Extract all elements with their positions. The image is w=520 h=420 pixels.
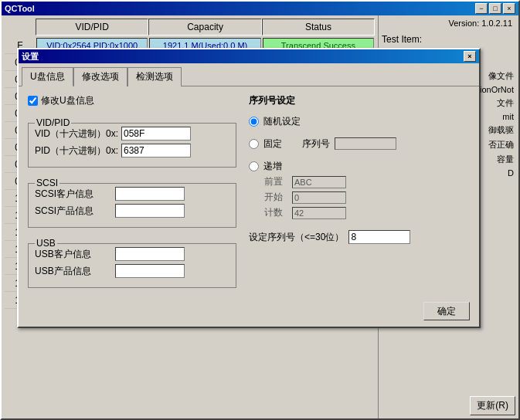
random-radio[interactable] xyxy=(249,117,259,127)
tab-strip: U盘信息修改选项检测选项 xyxy=(19,63,479,86)
increment-radio-row: 递增 xyxy=(249,160,457,173)
dialog-footer: 确定 xyxy=(19,296,479,327)
modify-checkbox-row: 修改U盘信息 xyxy=(28,94,236,107)
scsi-customer-label: SCSI客户信息 xyxy=(35,188,112,201)
usb-product-label: USB产品信息 xyxy=(35,265,112,278)
usb-group: USB USB客户信息 USB产品信息 xyxy=(28,243,236,288)
serial-section-title: 序列号设定 xyxy=(249,94,457,107)
fixed-radio-label: 固定 xyxy=(263,137,282,151)
increment-radio-label: 递增 xyxy=(263,160,282,173)
modify-checkbox-label: 修改U盘信息 xyxy=(41,94,94,107)
random-radio-row: 随机设定 xyxy=(249,115,457,128)
usb-customer-input[interactable] xyxy=(115,247,185,261)
random-radio-label: 随机设定 xyxy=(263,115,301,128)
scsi-product-label: SCSI产品信息 xyxy=(35,205,112,218)
set-serial-label: 设定序列号（<=30位） xyxy=(249,231,344,244)
dialog-close-button[interactable]: × xyxy=(464,51,476,62)
modify-checkbox[interactable] xyxy=(28,96,38,106)
serial-radio-group: 随机设定 固定 序列号 递增 xyxy=(249,115,457,219)
scsi-product-input[interactable] xyxy=(115,204,185,218)
dialog-right-section: 序列号设定 随机设定 固定 序列号 xyxy=(249,94,457,288)
dialog-tab-0[interactable]: U盘信息 xyxy=(22,67,73,86)
dialog-tab-2[interactable]: 检测选项 xyxy=(127,67,182,86)
prefix-field-row: 前置 xyxy=(264,175,457,188)
increment-section: 递增 前置 开始 xyxy=(249,160,457,219)
count-input[interactable] xyxy=(292,207,346,219)
usb-customer-label: USB客户信息 xyxy=(35,248,112,261)
count-field-row: 计数 xyxy=(264,206,457,219)
dialog-title: 设置 xyxy=(22,51,39,63)
dialog-overlay: 设置 × U盘信息修改选项检测选项 修改U盘信息 VID/PID xyxy=(2,2,518,418)
increment-fields: 前置 开始 计数 xyxy=(264,175,457,219)
vid-pid-group: VID/PID VID（十六进制）0x: PID（十六进制）0x: xyxy=(28,123,236,168)
vid-label: VID（十六进制）0x: xyxy=(35,127,118,141)
pid-input[interactable] xyxy=(121,144,191,158)
start-input[interactable] xyxy=(292,191,346,204)
usb-product-input[interactable] xyxy=(115,264,185,278)
usb-product-row: USB产品信息 xyxy=(35,264,229,278)
scsi-customer-input[interactable] xyxy=(115,187,185,201)
set-serial-row: 设定序列号（<=30位） xyxy=(249,230,457,244)
fixed-radio-row: 固定 序列号 xyxy=(249,137,457,151)
scsi-product-row: SCSI产品信息 xyxy=(35,204,229,218)
usb-customer-row: USB客户信息 xyxy=(35,247,229,261)
scsi-group: SCSI SCSI客户信息 SCSI产品信息 xyxy=(28,183,236,228)
pid-label: PID（十六进制）0x: xyxy=(35,144,118,158)
vid-input[interactable] xyxy=(121,127,191,141)
increment-radio[interactable] xyxy=(249,161,259,171)
dialog-content: 修改U盘信息 VID/PID VID（十六进制）0x: PID（十六进制）0x: xyxy=(19,86,479,296)
usb-group-title: USB xyxy=(35,238,57,249)
fixed-serial-input[interactable] xyxy=(335,137,396,150)
main-window: QCTool − □ × VID/PID Capacity Status FVI… xyxy=(0,0,520,420)
fixed-serial-label: 序列号 xyxy=(302,137,330,151)
prefix-input[interactable] xyxy=(292,176,346,188)
prefix-label: 前置 xyxy=(264,175,289,188)
count-label: 计数 xyxy=(264,206,289,219)
fixed-radio[interactable] xyxy=(249,139,259,149)
scsi-customer-row: SCSI客户信息 xyxy=(35,187,229,201)
dialog-title-bar: 设置 × xyxy=(19,49,479,63)
settings-dialog: 设置 × U盘信息修改选项检测选项 修改U盘信息 VID/PID xyxy=(17,48,481,328)
scsi-group-title: SCSI xyxy=(35,178,59,188)
start-label: 开始 xyxy=(264,191,289,204)
dialog-tab-1[interactable]: 修改选项 xyxy=(73,67,127,86)
ok-button[interactable]: 确定 xyxy=(423,302,470,320)
pid-field-row: PID（十六进制）0x: xyxy=(35,144,229,158)
set-serial-input[interactable] xyxy=(348,230,410,244)
start-field-row: 开始 xyxy=(264,191,457,204)
vid-pid-group-title: VID/PID xyxy=(35,117,71,128)
dialog-left-section: 修改U盘信息 VID/PID VID（十六进制）0x: PID（十六进制）0x: xyxy=(28,94,236,288)
vid-field-row: VID（十六进制）0x: xyxy=(35,127,229,141)
